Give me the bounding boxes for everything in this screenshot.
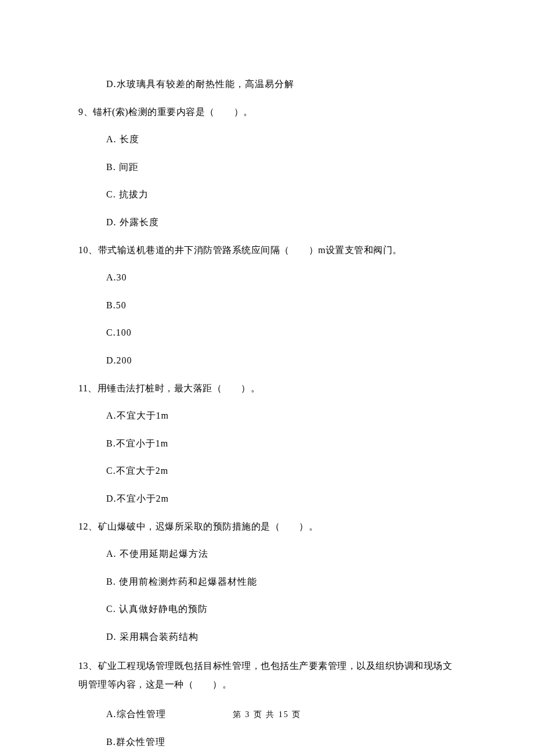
question-12-option-c: C. 认真做好静电的预防 <box>106 602 459 617</box>
question-11-option-c: C.不宜大于2m <box>106 463 459 478</box>
page-footer: 第 3 页 共 15 页 <box>0 708 534 721</box>
option-d-continued: D.水玻璃具有较差的耐热性能，高温易分解 <box>106 77 459 92</box>
question-11-option-a: A.不宜大于1m <box>106 408 459 423</box>
question-12-option-a: A. 不使用延期起爆方法 <box>106 546 459 561</box>
question-10-stem: 10、带式输送机巷道的井下消防管路系统应间隔（ ）m设置支管和阀门。 <box>78 243 459 258</box>
question-11-option-b: B.不宜小于1m <box>106 436 459 451</box>
question-9-option-d: D. 外露长度 <box>106 215 459 230</box>
question-9-option-b: B. 间距 <box>106 160 459 175</box>
question-9-option-a: A. 长度 <box>106 132 459 147</box>
question-13-stem: 13、矿业工程现场管理既包括目标性管理，也包括生产要素管理，以及组织协调和现场文… <box>78 657 459 694</box>
question-13-option-b: B.群众性管理 <box>106 735 459 750</box>
question-11-stem: 11、用锤击法打桩时，最大落距（ ）。 <box>78 381 459 396</box>
question-12-stem: 12、矿山爆破中，迟爆所采取的预防措施的是（ ）。 <box>78 519 459 534</box>
question-9-stem: 9、锚杆(索)检测的重要内容是（ ）。 <box>78 105 459 120</box>
question-9-option-c: C. 抗拔力 <box>106 187 459 202</box>
question-10-option-d: D.200 <box>106 353 459 368</box>
question-10-option-a: A.30 <box>106 270 459 285</box>
question-11-option-d: D.不宜小于2m <box>106 491 459 506</box>
question-10-option-b: B.50 <box>106 298 459 313</box>
question-10-option-c: C.100 <box>106 325 459 340</box>
question-12-option-d: D. 采用耦合装药结构 <box>106 629 459 645</box>
document-content: D.水玻璃具有较差的耐热性能，高温易分解 9、锚杆(索)检测的重要内容是（ ）。… <box>0 0 534 750</box>
question-12-option-b: B. 使用前检测炸药和起爆器材性能 <box>106 574 459 589</box>
